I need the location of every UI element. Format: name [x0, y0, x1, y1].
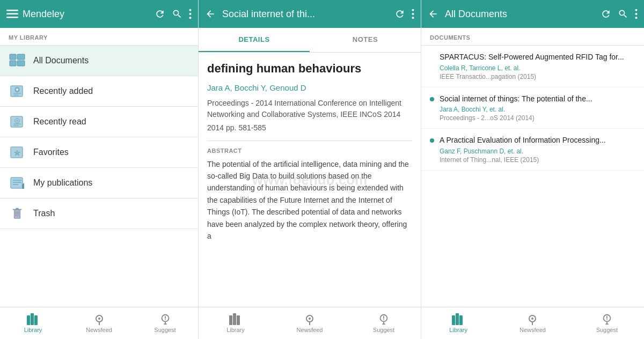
- right-more-icon[interactable]: [635, 9, 638, 19]
- svg-rect-35: [31, 313, 34, 325]
- favorites-icon: [9, 145, 26, 160]
- right-tab-bar: Library Newsfeed Suggest: [421, 307, 644, 339]
- my-publications-icon: [9, 175, 26, 190]
- svg-point-3: [189, 9, 192, 11]
- sidebar-item-recently-added[interactable]: Recently added: [0, 76, 198, 106]
- svg-rect-1: [6, 13, 18, 15]
- right-library-icon: [452, 313, 465, 325]
- svg-point-45: [412, 9, 414, 11]
- recently-added-icon: [9, 84, 26, 99]
- paper-year: 2014 pp. 581-585: [207, 123, 412, 132]
- sidebar-item-my-publications[interactable]: My publications: [0, 168, 198, 198]
- middle-top-bar: Social internet of thi...: [199, 0, 421, 28]
- sidebar-item-recently-read[interactable]: Recently read: [0, 107, 198, 137]
- svg-rect-49: [233, 313, 236, 325]
- all-documents-label: All Documents: [33, 56, 89, 65]
- middle-newsfeed-label: Newsfeed: [297, 327, 323, 333]
- right-title: All Documents: [445, 9, 601, 20]
- app-title: Mendeley: [23, 9, 155, 20]
- doc-title-1: Social internet of things: The potential…: [440, 94, 635, 105]
- recently-read-icon: [9, 114, 26, 129]
- middle-content-wrap: defining human behaviours Jara A, Bocchi…: [199, 53, 421, 307]
- right-tab-newsfeed[interactable]: Newsfeed: [495, 310, 569, 336]
- my-publications-label: My publications: [33, 178, 92, 188]
- svg-point-61: [635, 17, 638, 19]
- doc-bullet-1: [430, 97, 434, 101]
- search-icon[interactable]: [172, 9, 182, 19]
- doc-info-2: A Practical Evaluation of Information Pr…: [440, 135, 635, 164]
- right-library-label: Library: [449, 327, 467, 333]
- svg-point-72: [606, 319, 608, 320]
- svg-rect-9: [17, 61, 25, 66]
- recently-read-label: Recently read: [33, 117, 86, 127]
- doc-authors-1: Jara A, Bocchi Y, et. al.: [440, 106, 635, 113]
- tab-suggest[interactable]: Suggest: [132, 310, 198, 336]
- doc-title-0: SPARTACUS: Self-Powered Augmented RFID T…: [440, 52, 635, 63]
- right-back-icon[interactable]: [428, 9, 438, 19]
- tab-details[interactable]: DETAILS: [199, 28, 310, 52]
- detail-tabs: DETAILS NOTES: [199, 28, 421, 53]
- svg-point-52: [309, 318, 311, 320]
- tab-notes[interactable]: NOTES: [310, 28, 421, 52]
- left-top-bar: Mendeley: [0, 0, 198, 28]
- svg-point-18: [17, 120, 18, 122]
- svg-point-38: [98, 318, 100, 320]
- middle-title: Social internet of thi...: [222, 9, 394, 20]
- middle-more-icon[interactable]: [412, 9, 414, 19]
- paper-source: Proceedings - 2014 International Confere…: [207, 98, 412, 120]
- svg-point-46: [412, 13, 414, 15]
- right-tab-library[interactable]: Library: [421, 310, 495, 336]
- detail-content: defining human behaviours Jara A, Bocchi…: [199, 53, 421, 307]
- doc-item-0[interactable]: SPARTACUS: Self-Powered Augmented RFID T…: [421, 46, 644, 87]
- suggest-tab-label: Suggest: [154, 327, 175, 333]
- svg-rect-50: [237, 315, 240, 325]
- doc-item-2[interactable]: A Practical Evaluation of Information Pr…: [421, 129, 644, 171]
- my-library-label: MY LIBRARY: [0, 28, 198, 45]
- sidebar-item-all-documents[interactable]: All Documents: [0, 46, 198, 76]
- trash-icon: [9, 206, 26, 221]
- doc-authors-2: Ganz F, Puschmann D, et. al.: [440, 148, 635, 155]
- paper-title: defining human behaviours: [207, 61, 412, 77]
- favorites-label: Favorites: [33, 148, 69, 157]
- refresh-icon[interactable]: [155, 9, 165, 19]
- middle-tab-newsfeed[interactable]: Newsfeed: [273, 310, 347, 336]
- tab-library[interactable]: Library: [0, 310, 66, 336]
- right-suggest-label: Suggest: [596, 327, 618, 333]
- right-newsfeed-icon: [526, 313, 539, 325]
- middle-tab-library[interactable]: Library: [199, 310, 273, 336]
- back-icon[interactable]: [205, 9, 216, 19]
- tab-newsfeed[interactable]: Newsfeed: [66, 310, 132, 336]
- right-suggest-icon: [601, 313, 613, 325]
- more-options-icon[interactable]: [189, 9, 192, 19]
- left-panel: Mendeley MY LIBRARY All Documents Recent…: [0, 0, 199, 339]
- right-newsfeed-label: Newsfeed: [519, 327, 546, 333]
- doc-source-0: IEEE Transactio...pagation (2015): [440, 73, 635, 80]
- sidebar-item-favorites[interactable]: Favorites: [0, 137, 198, 167]
- abstract-text: The potential of the artificial intellig…: [207, 158, 412, 242]
- sidebar-item-trash[interactable]: Trash: [0, 198, 198, 229]
- middle-suggest-icon: [377, 313, 390, 325]
- svg-rect-7: [10, 61, 16, 66]
- doc-source-1: Proceedings - 2...oS 2014 (2014): [440, 114, 635, 122]
- svg-rect-64: [459, 315, 463, 325]
- top-bar-icons: [155, 9, 192, 19]
- newsfeed-tab-label: Newsfeed: [86, 327, 112, 333]
- doc-item-3[interactable]: Power Consumption for Global Information…: [421, 171, 644, 176]
- right-refresh-icon[interactable]: [601, 9, 611, 19]
- hamburger-icon[interactable]: [6, 10, 18, 18]
- right-tab-suggest[interactable]: Suggest: [570, 310, 644, 336]
- svg-rect-34: [27, 315, 30, 325]
- abstract-label: ABSTRACT: [207, 141, 412, 154]
- right-search-icon[interactable]: [618, 9, 628, 19]
- middle-newsfeed-icon: [303, 313, 316, 325]
- middle-tab-suggest[interactable]: Suggest: [347, 310, 421, 336]
- svg-point-44: [165, 319, 166, 320]
- svg-rect-2: [6, 17, 18, 18]
- middle-top-icons: [394, 9, 414, 19]
- middle-refresh-icon[interactable]: [394, 9, 405, 19]
- doc-item-1[interactable]: Social internet of things: The potential…: [421, 87, 644, 129]
- svg-point-4: [189, 13, 192, 15]
- doc-authors-0: Colella R, Tarricone L, et. al.: [440, 64, 635, 72]
- right-top-bar: All Documents: [421, 0, 644, 28]
- svg-rect-8: [17, 54, 25, 60]
